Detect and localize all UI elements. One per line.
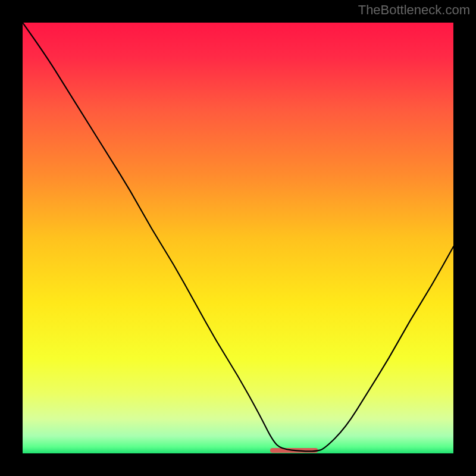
chart-frame: TheBottleneck.com — [0, 0, 476, 476]
plot-area — [23, 23, 453, 453]
chart-curve — [23, 23, 453, 453]
watermark-text: TheBottleneck.com — [358, 2, 470, 18]
